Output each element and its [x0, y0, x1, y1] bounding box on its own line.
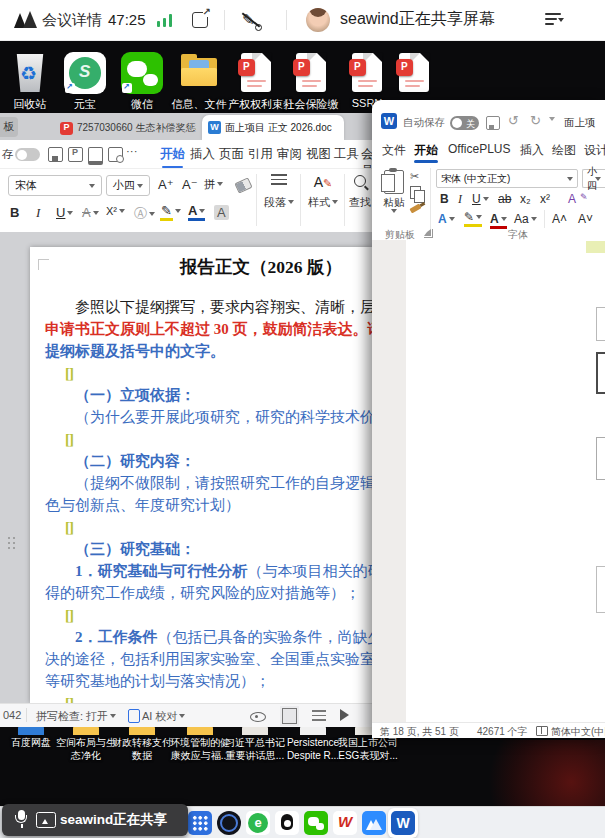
taskbar-tencent-meeting-icon[interactable] [362, 811, 386, 835]
meeting-detail-link[interactable]: 会议详情 [42, 11, 102, 30]
desktop-icon-yuanbao[interactable]: 元宝 [57, 52, 113, 112]
taskbar-app-grid-icon[interactable] [188, 811, 212, 835]
superscript-button[interactable]: X² [106, 205, 125, 217]
desktop-icon-fiscal-transfer[interactable]: 财政转移支付 数据 [111, 726, 173, 762]
font-size-select[interactable]: 小四 [582, 169, 605, 188]
underline-button[interactable]: U [472, 192, 489, 206]
taskbar-wechat-icon[interactable] [304, 811, 328, 835]
italic-button[interactable]: I [458, 192, 462, 207]
undo-icon[interactable]: ↺ [508, 113, 519, 128]
paste-label[interactable]: 粘贴 [378, 196, 410, 210]
taskbar-browser-icon[interactable] [217, 811, 241, 835]
microphone-icon[interactable] [14, 809, 29, 831]
desktop-icon-persistence-paper[interactable]: Persistence Despite R... [282, 726, 344, 762]
outline-view-icon[interactable] [312, 710, 326, 721]
subscript-button[interactable]: x₂ [520, 192, 531, 206]
taskbar-word-active-icon[interactable]: W [388, 808, 418, 838]
wps-active-document-tab[interactable]: W 面上项目 正文 2026.doc [202, 115, 344, 140]
bold-button[interactable]: B [440, 192, 449, 206]
font-color-button[interactable]: A [490, 212, 507, 229]
bold-button[interactable]: B [10, 205, 19, 220]
font-name-select[interactable]: 宋体 [8, 175, 102, 196]
styles-group-button[interactable]: A✎ 样式 [302, 173, 344, 210]
save-icon[interactable] [48, 147, 63, 162]
wps-leftover-tab[interactable]: 板 [0, 117, 18, 137]
italic-button[interactable]: I [36, 205, 40, 221]
paragraph-group-button[interactable]: 段落 [258, 173, 300, 210]
redo-icon[interactable]: ↻ [530, 113, 541, 128]
annotation-disabled-icon[interactable]: ✎ [240, 9, 262, 31]
screen-sharing-pill[interactable]: seawind正在共享 [2, 804, 188, 836]
text-effects-button[interactable]: A [438, 212, 455, 226]
print-preview-icon[interactable] [108, 147, 123, 162]
play-presentation-icon[interactable] [340, 709, 355, 721]
page-view-icon[interactable] [282, 708, 297, 724]
paste-dropdown-icon[interactable] [391, 209, 397, 216]
font-size-select[interactable]: 小四 [106, 175, 150, 196]
document-page[interactable]: 报告正文（2026 版） 参照以下提纲撰写，要求内容翔实、清晰，层次分 申请书正… [30, 247, 372, 703]
more-tools-icon[interactable]: ··· [126, 145, 138, 157]
tab-officeplus[interactable]: OfficePLUS [448, 142, 510, 156]
open-external-icon[interactable] [192, 12, 208, 28]
desktop-icon-speech-doc[interactable]: 习近平总书记 重要讲话思... [224, 726, 286, 762]
clipboard-dialog-launcher-icon[interactable] [424, 229, 433, 238]
desktop-icon-folder[interactable]: 信息、文件 [171, 52, 227, 112]
print-icon[interactable] [88, 147, 103, 165]
desktop-icon-pdf-1[interactable]: 产权权利束分 [228, 52, 284, 112]
font-name-select[interactable]: 宋体 (中文正文) [436, 169, 578, 188]
save-icon[interactable] [486, 116, 500, 130]
strikethrough-button[interactable]: A [82, 205, 99, 220]
font-color-button[interactable]: A [188, 203, 205, 221]
autosave-toggle[interactable]: 关 [450, 116, 479, 130]
shrink-font-button[interactable]: A˅ [578, 212, 593, 226]
grow-font-button[interactable]: A˄ [552, 212, 567, 226]
format-painter-icon[interactable] [409, 204, 421, 214]
decrease-font-button[interactable]: A⁻ [182, 177, 198, 192]
wps-menu-view[interactable]: 视图 [306, 146, 331, 163]
quick-access-dropdown-icon[interactable] [549, 117, 555, 124]
spellcheck-status[interactable]: 拼写检查: 打开 [36, 709, 116, 724]
copy-icon[interactable] [410, 186, 421, 199]
wps-pdf-document-tab[interactable]: 7257030660 生态补偿奖惩机制政平 [56, 116, 200, 140]
word-count-status[interactable]: 42671 个字 [477, 725, 528, 739]
clear-format-eraser-icon[interactable] [236, 179, 251, 194]
object-drag-handle[interactable] [8, 537, 17, 551]
wps-menu-home[interactable]: 开始 [160, 146, 185, 163]
highlight-color-button[interactable]: ✎ [160, 203, 181, 218]
eye-protect-icon[interactable] [250, 712, 266, 722]
superscript-button[interactable]: x² [540, 192, 550, 206]
tab-home[interactable]: 开始 [414, 142, 438, 159]
tab-insert[interactable]: 插入 [520, 142, 544, 159]
clear-formatting-button[interactable]: A [568, 192, 576, 206]
tab-design[interactable]: 设计 [584, 142, 605, 159]
highlight-color-button[interactable]: ✎ [464, 210, 482, 227]
desktop-icon-pdf-2[interactable]: 社会保险缴 [283, 52, 339, 112]
desktop-icon-recycle-bin[interactable]: ♻ 回收站 [2, 52, 58, 112]
strikethrough-button[interactable]: ab [498, 192, 511, 206]
taskbar-qq-icon[interactable] [275, 811, 299, 835]
word-document-area[interactable] [372, 240, 605, 722]
wps-menu-review[interactable]: 审阅 [277, 146, 302, 163]
wps-menu-insert[interactable]: 插入 [190, 146, 215, 163]
member-list-icon[interactable] [545, 13, 561, 25]
ai-proof-status[interactable]: AI 校对 [142, 709, 185, 724]
page-count-status[interactable]: 第 18 页, 共 51 页 [380, 725, 459, 739]
desktop-icon-wechat[interactable]: 微信 [114, 52, 170, 112]
proofing-book-icon[interactable] [536, 726, 548, 736]
pinyin-guide-button[interactable]: 拼 [204, 177, 223, 192]
language-status[interactable]: 简体中文(中国 [551, 725, 605, 739]
cut-scissors-icon[interactable]: ✂ [410, 170, 419, 183]
desktop-icon-spatial-layout[interactable]: 空间布局与生 态净化 [55, 726, 117, 762]
wps-menu-reference[interactable]: 引用 [248, 146, 273, 163]
desktop-icon-baidu-netdisk[interactable]: 百度网盘 [0, 726, 62, 750]
find-button[interactable]: 查找 [346, 173, 374, 210]
increase-font-button[interactable]: A⁺ [158, 177, 174, 192]
underline-button[interactable]: U [56, 205, 73, 220]
tab-file[interactable]: 文件 [382, 142, 406, 159]
change-case-button[interactable]: Aa [514, 212, 537, 226]
wps-menu-page[interactable]: 页面 [219, 146, 244, 163]
export-pdf-icon[interactable] [68, 147, 83, 162]
taskbar-wps-icon[interactable]: W [333, 811, 357, 835]
tab-draw[interactable]: 绘图 [552, 142, 576, 159]
enclosed-character-button[interactable]: Ⓐ [134, 205, 155, 223]
